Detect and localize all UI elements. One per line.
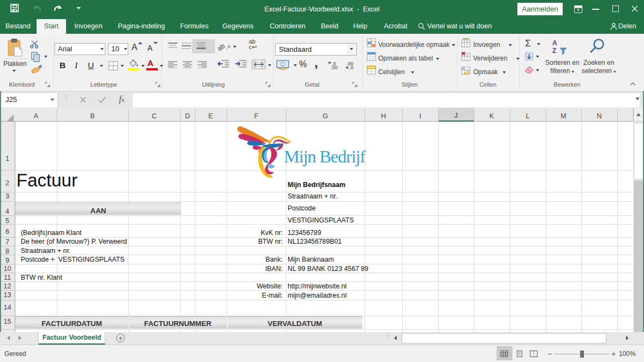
svg-text:,0: ,0 — [349, 65, 354, 70]
svg-text:,00: ,00 — [331, 65, 338, 70]
svg-text:ab: ab — [218, 42, 226, 52]
svg-text:Z: Z — [552, 47, 556, 55]
svg-text:A: A — [552, 39, 557, 47]
